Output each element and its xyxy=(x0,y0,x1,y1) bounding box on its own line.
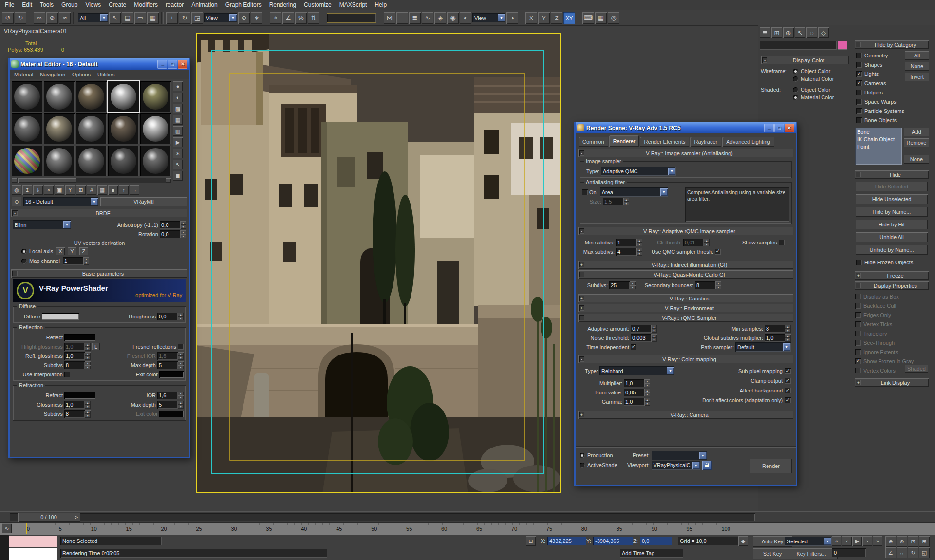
material-slot[interactable] xyxy=(108,113,139,144)
local-axis-radio[interactable]: Local axis xyxy=(21,248,53,254)
rollout-header-display-properties[interactable]: Display Properties xyxy=(855,281,929,290)
collapse-icon[interactable] xyxy=(856,172,861,177)
chevron-down-icon[interactable] xyxy=(824,538,831,545)
make-preview-icon[interactable]: ▶ xyxy=(173,137,183,147)
reset-map-icon[interactable]: × xyxy=(44,185,54,195)
timeline-tick[interactable]: 25 xyxy=(196,526,202,532)
timeline-tick[interactable]: 80 xyxy=(581,526,587,532)
uv-axis-button[interactable]: Y xyxy=(68,247,76,255)
angle-snap-icon[interactable]: ∠ xyxy=(282,12,294,24)
material-slot[interactable] xyxy=(140,146,171,176)
zoom-icon[interactable]: ⊕ xyxy=(885,536,896,547)
display-property-checkbox[interactable]: Display as Box xyxy=(853,292,930,301)
category-checkbox[interactable]: Cameras xyxy=(854,78,905,88)
display-property-checkbox[interactable]: Edges Only xyxy=(853,310,930,319)
noise-threshold-spinner[interactable]: 0,003 xyxy=(631,334,657,342)
minimize-button[interactable] xyxy=(157,60,167,69)
show-map-in-viewport-icon[interactable]: ▦ xyxy=(97,185,107,195)
render-scene-icon[interactable]: ◐ xyxy=(460,12,471,24)
rollout-header-caustics[interactable]: V-Ray:: Caustics xyxy=(578,294,793,302)
refraction-glossiness-spinner[interactable]: 1,0 xyxy=(64,401,91,409)
timeline-tick[interactable]: 35 xyxy=(266,526,272,532)
layer-color-swatch[interactable] xyxy=(838,41,847,50)
keyboard-override-icon[interactable]: ⌨ xyxy=(582,12,594,24)
put-material-to-scene-icon[interactable]: ↥ xyxy=(22,185,32,195)
material-name-dropdown[interactable]: 16 - Default xyxy=(23,197,98,206)
hide-button[interactable]: Hide by Name... xyxy=(856,207,928,217)
percent-snap-icon[interactable]: % xyxy=(295,12,307,24)
menu-item[interactable]: Rendering xyxy=(265,0,300,9)
rollout-header-display-color[interactable]: Display Color xyxy=(761,56,849,64)
multiplier-spinner[interactable]: 1,0 xyxy=(624,379,650,387)
material-slot[interactable] xyxy=(12,113,42,144)
color-mapping-type-dropdown[interactable]: Reinhard xyxy=(599,366,674,375)
hide-frozen-checkbox[interactable]: Hide Frozen Objects xyxy=(853,260,913,265)
next-frame-arrow[interactable]: > xyxy=(73,513,80,522)
snapshot-icon[interactable]: ◎ xyxy=(608,12,619,24)
use-interpolation-checkbox[interactable] xyxy=(64,372,70,377)
select-by-name-icon[interactable]: ▤ xyxy=(122,12,133,24)
collapse-icon[interactable] xyxy=(579,272,584,277)
rollout-header-image-sampler[interactable]: V-Ray:: Image sampler (Antialiasing) xyxy=(578,149,793,157)
expand-icon[interactable] xyxy=(579,262,584,267)
select-and-link-icon[interactable]: ∞ xyxy=(34,12,45,24)
menu-item[interactable]: Group xyxy=(57,0,81,9)
diffuse-color-swatch[interactable] xyxy=(42,313,79,320)
timeline-tick[interactable]: 85 xyxy=(617,526,622,532)
axis-constraint-button[interactable]: X xyxy=(525,12,537,24)
wireframe-color-radio[interactable]: Object Color xyxy=(793,67,834,75)
menu-item[interactable]: Animation xyxy=(187,0,221,9)
background-icon[interactable]: ▩ xyxy=(173,104,183,113)
timeline-tick[interactable]: 30 xyxy=(231,526,237,532)
timeline-tick[interactable]: 20 xyxy=(161,526,167,532)
rollout-header-brdf[interactable]: BRDF xyxy=(11,209,187,217)
selection-set-dropdown[interactable]: Selected xyxy=(785,537,832,546)
use-qmc-thresh-checkbox[interactable] xyxy=(715,249,721,255)
timeline-tick[interactable]: 65 xyxy=(476,526,482,532)
hide-button[interactable]: Hide Selected xyxy=(856,182,928,191)
create-layer-icon[interactable]: ⊞ xyxy=(771,27,782,38)
layer-manager-icon[interactable]: ≣ xyxy=(409,12,421,24)
named-selection-set-field[interactable] xyxy=(327,13,376,23)
hilight-lock-button[interactable]: L xyxy=(92,343,100,350)
go-to-end-icon[interactable]: » xyxy=(873,536,882,546)
render-dialog-titlebar[interactable]: Render Scene: V-Ray Adv 1.5 RC5 xyxy=(576,122,796,133)
axis-constraint-button[interactable]: Y xyxy=(538,12,550,24)
collapse-icon[interactable] xyxy=(12,271,18,276)
coord-y-field[interactable]: -3904,365 xyxy=(593,537,633,545)
chevron-down-icon[interactable] xyxy=(692,462,700,469)
material-slot[interactable] xyxy=(12,81,42,112)
expand-icon[interactable] xyxy=(579,296,584,301)
rectangular-selection-region-icon[interactable]: ▭ xyxy=(134,12,146,24)
activeshade-radio[interactable]: ActiveShade xyxy=(580,460,617,470)
selection-lock-toggle-icon[interactable]: ⊡ xyxy=(526,536,536,546)
rollout-header-hide[interactable]: Hide xyxy=(855,170,929,179)
undo-icon[interactable]: ↺ xyxy=(2,12,14,24)
hide-layer-icon[interactable]: ◌ xyxy=(806,27,817,38)
refraction-exit-color-swatch[interactable] xyxy=(159,411,184,417)
use-pivot-center-icon[interactable]: ⊙ xyxy=(238,12,250,24)
time-slider-grip[interactable]: 0 / 100 xyxy=(18,513,79,522)
filter-type-dropdown[interactable]: Area xyxy=(600,187,668,197)
go-to-parent-icon[interactable]: ↑ xyxy=(119,185,129,195)
rollout-header-basic-parameters[interactable]: Basic parameters xyxy=(11,269,187,278)
select-and-move-icon[interactable]: + xyxy=(166,12,178,24)
timeline-tick[interactable]: 50 xyxy=(371,526,377,532)
rollout-header-color-mapping[interactable]: V-Ray:: Color mapping xyxy=(578,355,793,363)
chevron-down-icon[interactable] xyxy=(498,14,505,21)
wireframe-color-radio[interactable]: Material Color xyxy=(793,75,834,83)
chevron-down-icon[interactable] xyxy=(91,198,98,205)
next-frame-icon[interactable]: › xyxy=(862,536,872,546)
viewport-camera-label[interactable]: VRayPhysicalCamera01 xyxy=(4,28,67,35)
schematic-view-icon[interactable]: ◈ xyxy=(434,12,446,24)
refl-glossiness-spinner[interactable]: 1,0 xyxy=(64,352,91,360)
expand-icon[interactable] xyxy=(579,412,584,417)
add-to-layer-icon[interactable]: ⊕ xyxy=(783,27,794,38)
window-crossing-icon[interactable]: ▦ xyxy=(147,12,159,24)
selection-filter-dropdown[interactable]: All xyxy=(78,13,108,22)
coord-x-field[interactable]: 4332,225 xyxy=(547,537,586,545)
chevron-down-icon[interactable] xyxy=(667,367,674,374)
material-editor-titlebar[interactable]: Material Editor - 16 - Default xyxy=(10,58,189,70)
options-icon[interactable]: ∗ xyxy=(173,149,183,158)
reflection-exit-color-swatch[interactable] xyxy=(159,371,184,378)
